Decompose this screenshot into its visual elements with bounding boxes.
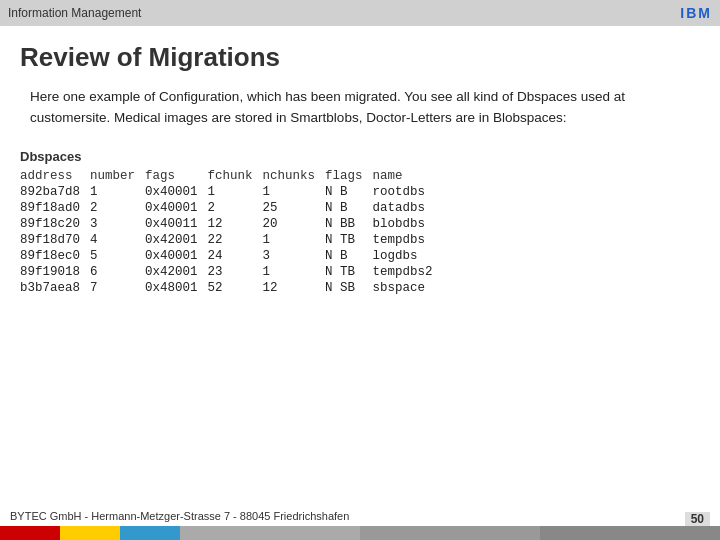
colorbar-img2 — [360, 526, 540, 540]
table-cell: 6 — [90, 264, 145, 280]
table-cell: 1 — [263, 184, 326, 200]
colorbar-yellow — [60, 526, 120, 540]
col-fchunk: fchunk — [208, 168, 263, 184]
table-cell: 89f18d70 — [20, 232, 90, 248]
table-cell: tempdbs2 — [373, 264, 443, 280]
col-address: address — [20, 168, 90, 184]
table-cell: 12 — [208, 216, 263, 232]
dbspaces-table: address number fags fchunk nchunks flags… — [20, 168, 443, 296]
colorbar-red — [0, 526, 60, 540]
footer: BYTEC GmbH - Hermann-Metzger-Strasse 7 -… — [0, 506, 720, 540]
table-cell: N B — [325, 248, 373, 264]
colorbar-img1 — [180, 526, 360, 540]
table-cell: blobdbs — [373, 216, 443, 232]
topbar-title: Information Management — [8, 6, 141, 20]
table-cell: 89f18ad0 — [20, 200, 90, 216]
topbar: Information Management IBM — [0, 0, 720, 26]
table-cell: 0x42001 — [145, 232, 208, 248]
table-cell: N BB — [325, 216, 373, 232]
table-cell: 1 — [90, 184, 145, 200]
table-cell: 3 — [263, 248, 326, 264]
table-cell: 20 — [263, 216, 326, 232]
table-cell: 892ba7d8 — [20, 184, 90, 200]
table-cell: 1 — [263, 264, 326, 280]
table-cell: N SB — [325, 280, 373, 296]
table-row: 89f18c2030x400111220N BBblobdbs — [20, 216, 443, 232]
table-row: 89f18ad020x40001225N Bdatadbs — [20, 200, 443, 216]
table-cell: N TB — [325, 264, 373, 280]
table-cell: 12 — [263, 280, 326, 296]
table-cell: 2 — [90, 200, 145, 216]
main-content: Review of Migrations Here one example of… — [0, 26, 720, 306]
table-header-row: address number fags fchunk nchunks flags… — [20, 168, 443, 184]
table-cell: tempdbs — [373, 232, 443, 248]
table-row: 892ba7d810x4000111N Brootdbs — [20, 184, 443, 200]
table-cell: 1 — [208, 184, 263, 200]
colorbar-img3 — [540, 526, 720, 540]
table-cell: 0x40011 — [145, 216, 208, 232]
col-number: number — [90, 168, 145, 184]
table-cell: 0x40001 — [145, 184, 208, 200]
colorbar-blue — [120, 526, 180, 540]
col-flags: flags — [325, 168, 373, 184]
table-cell: 89f18ec0 — [20, 248, 90, 264]
table-cell: 2 — [208, 200, 263, 216]
col-name: name — [373, 168, 443, 184]
table-cell: 7 — [90, 280, 145, 296]
footer-colorbar — [0, 526, 720, 540]
footer-text: BYTEC GmbH - Hermann-Metzger-Strasse 7 -… — [0, 506, 720, 526]
table-cell: 23 — [208, 264, 263, 280]
table-cell: logdbs — [373, 248, 443, 264]
table-row: 89f18ec050x40001243N Blogdbs — [20, 248, 443, 264]
table-cell: N B — [325, 184, 373, 200]
table-cell: 1 — [263, 232, 326, 248]
table-cell: 24 — [208, 248, 263, 264]
page-title: Review of Migrations — [20, 42, 700, 73]
ibm-logo: IBM — [680, 5, 712, 21]
table-cell: 89f19018 — [20, 264, 90, 280]
table-cell: N TB — [325, 232, 373, 248]
table-cell: 0x48001 — [145, 280, 208, 296]
intro-text: Here one example of Configuration, which… — [20, 87, 700, 129]
page-number: 50 — [685, 512, 710, 526]
table-cell: N B — [325, 200, 373, 216]
table-cell: 0x40001 — [145, 200, 208, 216]
table-cell: 3 — [90, 216, 145, 232]
table-cell: sbspace — [373, 280, 443, 296]
table-cell: 25 — [263, 200, 326, 216]
table-cell: 0x40001 — [145, 248, 208, 264]
table-row: b3b7aea870x480015212N SBsbspace — [20, 280, 443, 296]
dbspaces-label: Dbspaces — [20, 149, 700, 164]
table-cell: 22 — [208, 232, 263, 248]
table-row: 89f18d7040x42001221N TBtempdbs — [20, 232, 443, 248]
table-cell: 89f18c20 — [20, 216, 90, 232]
table-cell: datadbs — [373, 200, 443, 216]
table-cell: rootdbs — [373, 184, 443, 200]
table-cell: 52 — [208, 280, 263, 296]
col-fags: fags — [145, 168, 208, 184]
table-cell: b3b7aea8 — [20, 280, 90, 296]
table-body: 892ba7d810x4000111N Brootdbs89f18ad020x4… — [20, 184, 443, 296]
table-cell: 4 — [90, 232, 145, 248]
table-row: 89f1901860x42001231N TBtempdbs2 — [20, 264, 443, 280]
table-cell: 0x42001 — [145, 264, 208, 280]
col-nchunks: nchunks — [263, 168, 326, 184]
table-cell: 5 — [90, 248, 145, 264]
